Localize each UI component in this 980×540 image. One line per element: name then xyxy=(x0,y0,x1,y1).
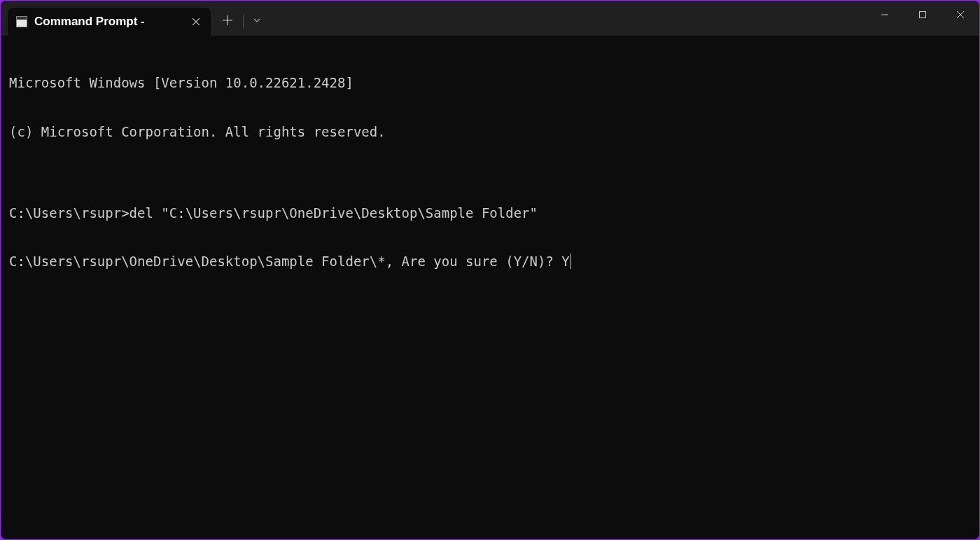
titlebar-left: Command Prompt - xyxy=(1,1,267,36)
terminal-content[interactable]: Microsoft Windows [Version 10.0.22621.24… xyxy=(1,36,979,539)
tab-dropdown-button[interactable] xyxy=(246,8,267,33)
minimize-icon xyxy=(881,11,889,19)
terminal-line: Microsoft Windows [Version 10.0.22621.24… xyxy=(9,75,971,91)
close-icon xyxy=(192,18,200,25)
terminal-line: C:\Users\rsupr>del "C:\Users\rsupr\OneDr… xyxy=(9,205,971,221)
maximize-icon xyxy=(918,11,927,19)
close-window-button[interactable] xyxy=(941,1,979,29)
titlebar: Command Prompt - xyxy=(1,1,979,36)
tab-command-prompt[interactable]: Command Prompt - xyxy=(8,8,211,36)
maximize-button[interactable] xyxy=(904,1,941,29)
new-tab-button[interactable] xyxy=(215,8,240,33)
divider xyxy=(243,15,244,29)
chevron-down-icon xyxy=(253,18,260,22)
terminal-window: Command Prompt - xyxy=(1,1,979,539)
close-icon xyxy=(956,11,965,19)
tab-title: Command Prompt - xyxy=(34,15,188,29)
text-cursor xyxy=(570,254,571,269)
minimize-button[interactable] xyxy=(866,1,904,29)
terminal-line: (c) Microsoft Corporation. All rights re… xyxy=(9,124,971,140)
plus-icon xyxy=(223,15,232,25)
terminal-line: C:\Users\rsupr\OneDrive\Desktop\Sample F… xyxy=(9,254,971,270)
close-tab-button[interactable] xyxy=(188,14,204,29)
svg-rect-5 xyxy=(920,12,926,18)
window-controls xyxy=(866,1,979,29)
cmd-icon xyxy=(16,16,27,27)
